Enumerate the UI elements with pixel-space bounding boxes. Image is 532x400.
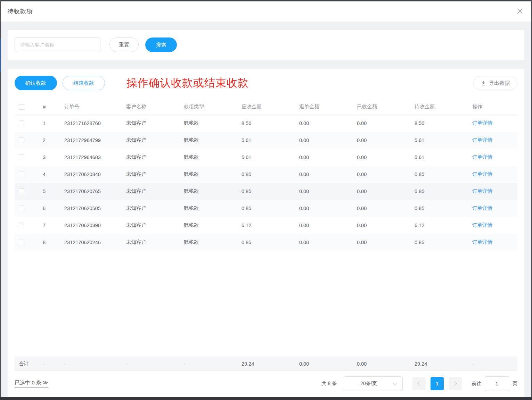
chevron-right-icon	[452, 381, 457, 386]
row-refund: 0.00	[290, 132, 348, 149]
chevron-left-icon	[418, 381, 422, 386]
page-number-button[interactable]: 1	[431, 377, 444, 390]
page-size-value: 20条/页	[360, 381, 377, 387]
header-received: 已收金额	[348, 99, 406, 115]
row-checkbox[interactable]	[19, 240, 24, 245]
table-empty-space	[15, 251, 517, 357]
row-receivable: 0.85	[233, 200, 290, 217]
row-received: 0.00	[348, 132, 406, 149]
row-customer: 未知客户	[117, 115, 175, 132]
page-size-select[interactable]: 20条/页	[344, 376, 403, 391]
row-checkbox[interactable]	[19, 206, 24, 211]
summary-row: 合计 - - - - 29.24 0.00 0.00 29.24 -	[15, 357, 517, 371]
header-order-no: 订单号	[56, 99, 117, 115]
header-type: 款项类型	[175, 99, 233, 115]
row-order-no: 2312170620246	[56, 234, 117, 251]
confirm-receipt-button[interactable]: 确认收款	[15, 76, 57, 90]
row-received: 0.00	[348, 166, 406, 183]
pagination-bar: 已选中 0 条 ≫ 共 8 条 20条/页 1 前往 页	[15, 371, 517, 398]
row-refund: 0.00	[290, 115, 348, 132]
header-index: #	[34, 99, 56, 115]
download-icon	[481, 81, 486, 86]
page-unit-label: 页	[513, 381, 517, 387]
row-checkbox[interactable]	[19, 138, 24, 143]
customer-name-input[interactable]	[15, 38, 100, 52]
row-type: 赊帐款	[175, 115, 233, 132]
total-count: 共 8 条	[321, 381, 337, 387]
row-customer: 未知客户	[117, 217, 175, 234]
row-type: 赊帐款	[175, 217, 233, 234]
selected-count-link[interactable]: 已选中 0 条 ≫	[15, 380, 48, 388]
summary-dash: -	[117, 357, 175, 371]
order-detail-link[interactable]: 订单详情	[472, 137, 492, 143]
row-index: 3	[34, 149, 56, 166]
summary-received: 0.00	[348, 357, 406, 371]
table-row: 3 2312172964683 未知客户 赊帐款 5.61 0.00 0.00 …	[15, 149, 517, 166]
row-checkbox[interactable]	[19, 223, 24, 228]
search-button[interactable]: 搜索	[145, 38, 177, 52]
row-refund: 0.00	[290, 166, 348, 183]
row-receivable: 0.85	[233, 166, 290, 183]
summary-dash: -	[56, 357, 117, 371]
table-row: 7 2312170620390 未知客户 赊帐款 6.12 0.00 0.00 …	[15, 217, 517, 234]
order-detail-link[interactable]: 订单详情	[472, 188, 492, 194]
order-detail-link[interactable]: 订单详情	[472, 205, 492, 211]
table-row: 1 2312171628760 未知客户 赊帐款 8.50 0.00 0.00 …	[15, 115, 517, 132]
order-detail-link[interactable]: 订单详情	[472, 239, 492, 245]
header-action: 操作	[464, 99, 517, 115]
row-checkbox[interactable]	[19, 172, 24, 177]
next-page-button[interactable]	[449, 377, 462, 390]
row-order-no: 2312171628760	[56, 115, 117, 132]
dialog-title: 待收款项	[8, 7, 33, 15]
table-row: 5 2312170620765 未知客户 赊帐款 0.85 0.00 0.00 …	[15, 183, 517, 200]
summary-dash: -	[464, 357, 517, 371]
row-index: 5	[34, 183, 56, 200]
header-customer: 客户名称	[117, 99, 175, 115]
row-index: 6	[34, 200, 56, 217]
row-type: 赊帐款	[175, 183, 233, 200]
row-index: 2	[34, 132, 56, 149]
dialog-body: 重置 搜索 确认收款 结束收款 操作确认收款或结束收款 导出数据 #	[1, 22, 531, 397]
row-customer: 未知客户	[117, 149, 175, 166]
row-type: 赊帐款	[175, 132, 233, 149]
row-received: 0.00	[348, 234, 406, 251]
row-receivable: 8.50	[233, 115, 290, 132]
reset-button[interactable]: 重置	[109, 38, 139, 52]
header-receivable: 应收金额	[233, 99, 290, 115]
row-type: 赊帐款	[175, 234, 233, 251]
order-detail-link[interactable]: 订单详情	[472, 154, 492, 160]
finish-receipt-button[interactable]: 结束收款	[63, 76, 105, 90]
summary-receivable: 29.24	[233, 357, 290, 371]
row-received: 0.00	[348, 200, 406, 217]
pagination-controls: 共 8 条 20条/页 1 前往 页	[321, 376, 517, 391]
row-order-no: 2312172964799	[56, 132, 117, 149]
row-receivable: 5.61	[233, 149, 290, 166]
order-detail-link[interactable]: 订单详情	[472, 222, 492, 228]
select-all-checkbox[interactable]	[19, 104, 24, 110]
prev-page-button[interactable]	[412, 377, 426, 390]
goto-page-input[interactable]	[485, 376, 509, 391]
row-receivable: 0.85	[233, 234, 290, 251]
order-detail-link[interactable]: 订单详情	[472, 171, 492, 177]
table-row: 2 2312172964799 未知客户 赊帐款 5.61 0.00 0.00 …	[15, 132, 517, 149]
export-data-button[interactable]: 导出数据	[473, 76, 517, 90]
header-refund: 退单金额	[290, 99, 348, 115]
table-row: 8 2312170620246 未知客户 赊帐款 0.85 0.00 0.00 …	[15, 234, 517, 251]
row-index: 1	[34, 115, 56, 132]
row-checkbox[interactable]	[19, 120, 24, 126]
row-received: 0.00	[348, 115, 406, 132]
summary-dash: -	[34, 357, 56, 371]
row-received: 0.00	[348, 217, 406, 234]
row-refund: 0.00	[290, 200, 348, 217]
order-detail-link[interactable]: 订单详情	[472, 120, 492, 126]
row-checkbox[interactable]	[19, 189, 24, 194]
row-customer: 未知客户	[117, 234, 175, 251]
summary-refund: 0.00	[290, 357, 348, 371]
row-pending: 0.85	[406, 166, 464, 183]
goto-label: 前往	[472, 381, 481, 387]
close-icon[interactable]	[515, 7, 524, 16]
row-checkbox[interactable]	[19, 155, 24, 160]
search-panel: 重置 搜索	[8, 30, 524, 60]
row-customer: 未知客户	[117, 166, 175, 183]
row-customer: 未知客户	[117, 183, 175, 200]
